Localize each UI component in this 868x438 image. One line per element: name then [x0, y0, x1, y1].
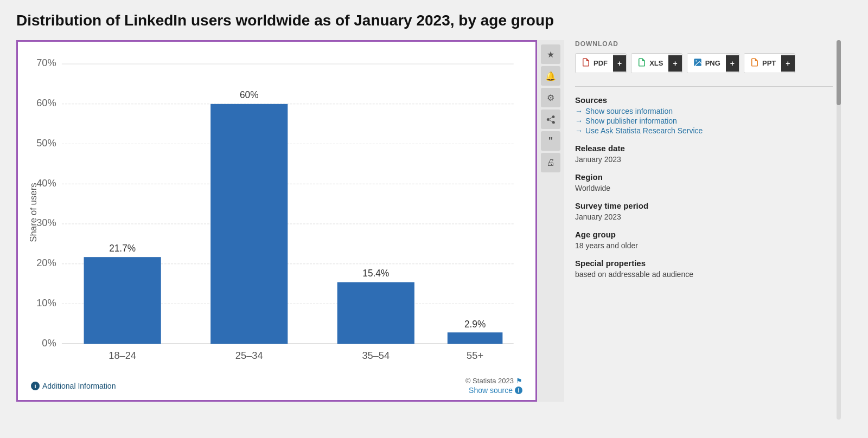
- survey-time-period-section: Survey time period January 2023: [575, 201, 833, 221]
- ppt-download-button[interactable]: PPT +: [744, 53, 795, 73]
- release-date-label: Release date: [575, 144, 833, 153]
- svg-text:50%: 50%: [36, 137, 56, 149]
- bar-55plus: [448, 333, 503, 344]
- arrow-icon-2: →: [575, 117, 583, 125]
- age-group-section: Age group 18 years and older: [575, 230, 833, 250]
- xls-plus: +: [668, 55, 681, 72]
- special-properties-value: based on addressable ad audience: [575, 270, 833, 279]
- scrollbar-thumb: [837, 40, 841, 105]
- region-label: Region: [575, 172, 833, 182]
- arrow-icon-1: →: [575, 107, 583, 115]
- svg-text:20%: 20%: [36, 257, 56, 268]
- release-date-section: Release date January 2023: [575, 144, 833, 164]
- svg-text:10%: 10%: [36, 297, 56, 308]
- right-panel: DOWNLOAD PDF +: [564, 40, 852, 402]
- ppt-plus: +: [781, 55, 794, 72]
- download-buttons: PDF + XLS +: [575, 53, 833, 73]
- flag-icon: ⚑: [516, 377, 522, 385]
- png-icon: [693, 57, 703, 69]
- ppt-label: PPT: [762, 59, 776, 67]
- svg-text:40%: 40%: [36, 177, 56, 189]
- show-sources-link[interactable]: → Show sources information: [575, 107, 833, 115]
- special-properties-section: Special properties based on addressable …: [575, 259, 833, 279]
- share-button[interactable]: [541, 110, 560, 129]
- chart-border: 70% 60% 50% 40% 30% 20% 10% 0% Share of …: [16, 40, 537, 402]
- additional-info-link[interactable]: i Additional Information: [31, 382, 116, 390]
- svg-text:30%: 30%: [36, 217, 56, 228]
- special-properties-label: Special properties: [575, 259, 833, 268]
- show-sources-text: Show sources information: [585, 107, 673, 115]
- xls-download-button[interactable]: XLS +: [631, 53, 682, 73]
- svg-text:15.4%: 15.4%: [362, 268, 389, 279]
- svg-text:60%: 60%: [36, 97, 56, 108]
- svg-text:60%: 60%: [240, 89, 259, 100]
- ask-statista-text: Use Ask Statista Research Service: [585, 126, 703, 135]
- svg-text:0%: 0%: [42, 337, 56, 349]
- info-circle-icon: i: [31, 382, 40, 390]
- png-plus: +: [726, 55, 739, 72]
- download-section: DOWNLOAD PDF +: [575, 40, 833, 73]
- statista-credit: © Statista 2023 ⚑: [465, 377, 522, 385]
- chart-area: 70% 60% 50% 40% 30% 20% 10% 0% Share of …: [29, 53, 525, 372]
- sources-heading: Sources: [575, 95, 833, 105]
- svg-text:Share of users: Share of users: [29, 183, 39, 243]
- side-toolbar: ★ 🔔 ⚙ " 🖨: [537, 40, 564, 402]
- show-publisher-link[interactable]: → Show publisher information: [575, 117, 833, 125]
- region-section: Region Worldwide: [575, 172, 833, 192]
- xls-icon: [637, 57, 647, 69]
- info-icon-small: i: [515, 387, 522, 394]
- print-button[interactable]: 🖨: [541, 153, 560, 172]
- chart-footer: i Additional Information © Statista 2023…: [29, 377, 525, 395]
- png-download-button[interactable]: PNG +: [687, 53, 739, 73]
- bar-chart: 70% 60% 50% 40% 30% 20% 10% 0% Share of …: [29, 53, 525, 372]
- chart-section: 70% 60% 50% 40% 30% 20% 10% 0% Share of …: [16, 40, 537, 402]
- pdf-label: PDF: [593, 59, 608, 67]
- pdf-plus: +: [613, 55, 626, 72]
- svg-point-26: [695, 61, 697, 62]
- survey-time-period-value: January 2023: [575, 212, 833, 221]
- bar-35-54: [337, 282, 414, 344]
- survey-time-period-label: Survey time period: [575, 201, 833, 210]
- svg-text:35–54: 35–54: [362, 350, 390, 361]
- svg-text:70%: 70%: [36, 57, 56, 68]
- age-group-value: 18 years and older: [575, 241, 833, 250]
- cite-button[interactable]: ": [541, 131, 560, 151]
- arrow-icon-3: →: [575, 126, 583, 135]
- svg-text:18–24: 18–24: [108, 350, 136, 361]
- age-group-label: Age group: [575, 230, 833, 239]
- settings-button[interactable]: ⚙: [541, 88, 560, 107]
- svg-text:55+: 55+: [467, 350, 483, 361]
- scrollbar-track[interactable]: [837, 40, 841, 420]
- release-date-value: January 2023: [575, 155, 833, 164]
- svg-text:2.9%: 2.9%: [464, 319, 486, 330]
- svg-text:21.7%: 21.7%: [109, 243, 136, 254]
- page-title: Distribution of LinkedIn users worldwide…: [16, 11, 852, 30]
- ask-statista-link[interactable]: → Use Ask Statista Research Service: [575, 126, 833, 135]
- bar-18-24: [84, 257, 161, 344]
- bar-25-34: [210, 104, 288, 344]
- png-label: PNG: [705, 59, 720, 67]
- download-label: DOWNLOAD: [575, 40, 833, 48]
- sources-section: Sources → Show sources information → Sho…: [575, 95, 833, 135]
- pdf-download-button[interactable]: PDF +: [575, 53, 627, 73]
- ppt-icon: [750, 57, 760, 69]
- divider-1: [575, 86, 833, 87]
- favorite-button[interactable]: ★: [541, 44, 560, 64]
- region-value: Worldwide: [575, 184, 833, 192]
- xls-label: XLS: [649, 59, 663, 67]
- show-publisher-text: Show publisher information: [585, 117, 677, 125]
- svg-text:25–34: 25–34: [235, 350, 263, 361]
- show-source-link[interactable]: Show source i: [465, 386, 522, 395]
- additional-info-label: Additional Information: [42, 382, 116, 390]
- pdf-icon: [581, 57, 591, 69]
- notification-button[interactable]: 🔔: [541, 66, 560, 86]
